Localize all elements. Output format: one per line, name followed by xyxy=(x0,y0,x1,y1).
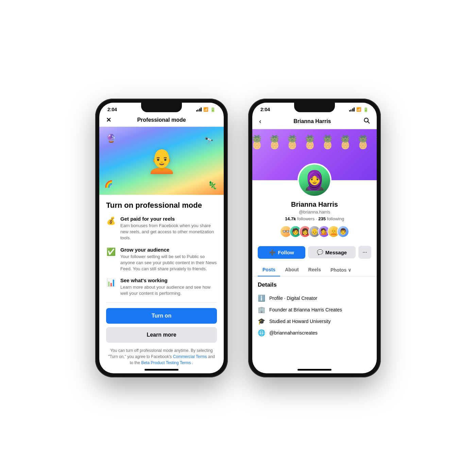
money-icon: 💰 xyxy=(106,217,116,225)
feature-item-3: 📊 See what's working Learn more about yo… xyxy=(106,277,217,296)
screen1-header: ✕ Professional mode xyxy=(99,114,224,127)
hero-image: 🔮 🔭 🌈 🦎 🧑‍🦲 xyxy=(99,127,224,195)
detail-item-1: ℹ️ Profile · Digital Creator xyxy=(258,292,371,304)
deco-1: 🔮 xyxy=(106,134,116,143)
signal-bars-icon xyxy=(196,107,202,112)
screen1-body: 🔮 🔭 🌈 🦎 🧑‍🦲 Turn on professional mode 💰 … xyxy=(99,127,224,366)
follower-avatar-7: 👨 xyxy=(337,225,349,238)
feature-heading-1: Get paid for your reels xyxy=(120,216,217,222)
detail-item-4: 🌐 @briannaharriscreates xyxy=(258,327,371,339)
home-indicator-1 xyxy=(144,369,178,371)
web-icon: 🌐 xyxy=(258,329,265,337)
screen2-title: Brianna Harris xyxy=(293,118,331,124)
deco-3: 🌈 xyxy=(104,180,113,188)
screen2-header: ‹ Brianna Harris xyxy=(252,114,377,129)
work-icon: 🏢 xyxy=(258,306,265,313)
detail-text-2: Founder at Brianna Harris Creates xyxy=(269,307,342,312)
status-bar-1: 2:04 📶 🔋 xyxy=(99,103,224,114)
screen2-body: 🧕 Brianna Harris @brianna.harris 14.7k f… xyxy=(252,129,377,366)
followers-avatars: 👓 🧑 👩 👴 💁 🧑‍🦲 👨 xyxy=(259,225,370,238)
back-button[interactable]: ‹ xyxy=(259,117,261,125)
battery-2-icon: 🔋 xyxy=(363,107,369,112)
detail-item-3: 🎓 Studied at Howard University xyxy=(258,316,371,327)
message-button[interactable]: 💬 Message xyxy=(308,246,356,258)
signal-bars-2-icon xyxy=(349,107,355,112)
profile-name: Brianna Harris xyxy=(259,201,370,208)
feature-desc-2: Your follower setting will be set to Pub… xyxy=(120,254,217,272)
phone-2: 2:04 📶 🔋 ‹ Brianna Harris xyxy=(248,99,381,377)
svg-line-1 xyxy=(368,122,370,123)
status-bar-2: 2:04 📶 🔋 xyxy=(252,103,377,114)
commercial-terms-link[interactable]: Commercial Terms xyxy=(173,354,207,359)
feature-text-2: Grow your audience Your follower setting… xyxy=(120,247,217,272)
messenger-icon: 💬 xyxy=(317,249,323,255)
tab-about[interactable]: About xyxy=(280,264,303,276)
battery-icon: 🔋 xyxy=(210,107,216,112)
follow-button[interactable]: ➕ Follow xyxy=(258,246,305,259)
learn-more-button[interactable]: Learn more xyxy=(106,327,217,343)
profile-handle: @brianna.harris xyxy=(259,209,370,215)
profile-actions: ➕ Follow 💬 Message ··· xyxy=(252,246,377,264)
status-icons-1: 📶 🔋 xyxy=(196,107,216,112)
status-time-1: 2:04 xyxy=(107,107,117,112)
deco-4: 🦎 xyxy=(208,181,217,190)
more-button[interactable]: ··· xyxy=(358,246,371,259)
tab-photos[interactable]: Photos ∨ xyxy=(326,264,356,276)
turn-on-button[interactable]: Turn on xyxy=(106,308,217,324)
chart-icon: 📊 xyxy=(106,278,116,287)
status-icons-2: 📶 🔋 xyxy=(349,107,369,112)
detail-text-1: Profile · Digital Creator xyxy=(269,295,317,301)
home-indicator-2 xyxy=(298,369,332,371)
feature-item-2: ✅ Grow your audience Your follower setti… xyxy=(106,247,217,272)
feature-text-3: See what's working Learn more about your… xyxy=(120,277,217,296)
follow-plus-icon: ➕ xyxy=(269,249,276,256)
screen1-body-content: Turn on professional mode 💰 Get paid for… xyxy=(99,195,224,366)
wifi-icon: 📶 xyxy=(203,107,208,112)
feature-desc-3: Learn more about your audience and see h… xyxy=(120,284,217,296)
wifi-2-icon: 📶 xyxy=(356,107,361,112)
avatar-face: 🧕 xyxy=(299,165,330,196)
info-icon: ℹ️ xyxy=(258,294,265,302)
screen1-title: Professional mode xyxy=(137,117,186,123)
detail-text-3: Studied at Howard University xyxy=(269,319,331,324)
feature-heading-3: See what's working xyxy=(120,277,217,283)
profile-avatar: 🧕 xyxy=(298,163,332,197)
details-title: Details xyxy=(258,282,371,288)
deco-2: 🔭 xyxy=(204,137,214,146)
education-icon: 🎓 xyxy=(258,318,265,325)
hero-figure: 🧑‍🦲 xyxy=(147,149,176,173)
disclaimer-text: You can turn off professional mode anyti… xyxy=(106,347,217,366)
tab-reels[interactable]: Reels xyxy=(304,264,326,276)
beta-terms-link[interactable]: Beta Product Testing Terms xyxy=(141,360,191,365)
check-icon: ✅ xyxy=(106,248,116,256)
profile-tabs: Posts About Reels Photos ∨ xyxy=(252,264,377,277)
profile-info: Brianna Harris @brianna.harris 14.7k fol… xyxy=(252,201,377,246)
feature-text-1: Get paid for your reels Earn bonuses fro… xyxy=(120,216,217,241)
tab-posts[interactable]: Posts xyxy=(258,264,280,276)
feature-item-1: 💰 Get paid for your reels Earn bonuses f… xyxy=(106,216,217,241)
search-button[interactable] xyxy=(363,117,370,125)
profile-stats: 14.7k followers · 235 following xyxy=(259,216,370,221)
details-section: Details ℹ️ Profile · Digital Creator 🏢 F… xyxy=(252,277,377,343)
detail-item-2: 🏢 Founder at Brianna Harris Creates xyxy=(258,304,371,316)
phone-1: 2:04 📶 🔋 ✕ Professional mode xyxy=(95,99,228,377)
profile-avatar-wrap: 🧕 xyxy=(252,163,377,197)
feature-desc-1: Earn bonuses from Facebook when you shar… xyxy=(120,223,217,241)
status-time-2: 2:04 xyxy=(260,107,270,112)
close-button[interactable]: ✕ xyxy=(106,116,111,124)
detail-text-4: @briannaharriscreates xyxy=(269,330,318,336)
pro-mode-title: Turn on professional mode xyxy=(106,201,217,210)
feature-heading-2: Grow your audience xyxy=(120,247,217,253)
divider-1 xyxy=(106,302,217,303)
